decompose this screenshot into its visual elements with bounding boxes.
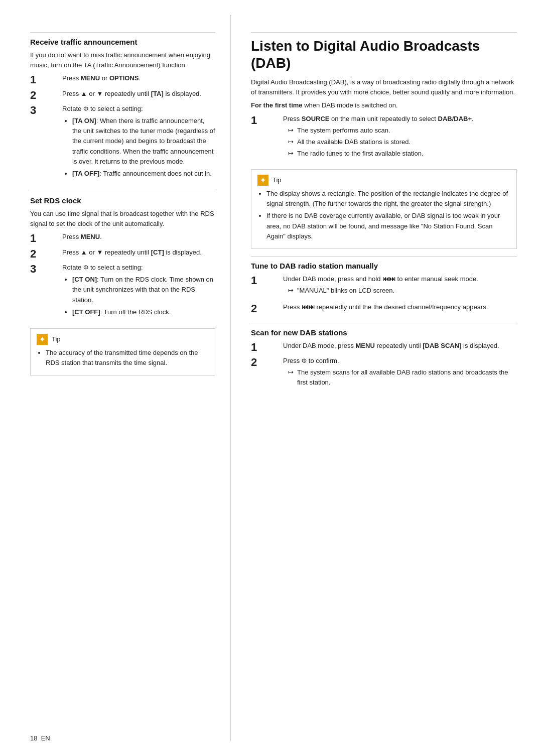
- menu-bold-rds: MENU: [81, 233, 100, 240]
- dab-tip-item-1: The display shows a rectangle. The posit…: [266, 189, 510, 209]
- rds-title: Set RDS clock: [30, 196, 215, 205]
- scan-step-1: 1 Under DAB mode, press MENU repeatedly …: [251, 341, 517, 354]
- rds-step-number-3: 3: [30, 263, 44, 276]
- dab-first-time: For the first time when DAB mode is swit…: [251, 100, 517, 110]
- options-bold: OPTIONS: [109, 74, 139, 82]
- menu-bold-scan: MENU: [356, 342, 375, 349]
- rds-tip-header: ✦ Tip: [37, 334, 209, 345]
- scan-dab-title: Scan for new DAB stations: [251, 328, 517, 337]
- traffic-step-3-content: Rotate Φ to select a setting: [TA ON]: W…: [62, 104, 215, 181]
- scan-step-number-2: 2: [251, 356, 265, 369]
- ta-on-item: [TA ON]: When there is traffic announcem…: [72, 116, 215, 167]
- rds-step-2: 2 Press ▲ or ▼ repeatedly until [CT] is …: [30, 247, 215, 261]
- ct-on-item: [CT ON]: Turn on the RDS clock. Time sho…: [72, 275, 215, 305]
- section-tune-dab: Tune to DAB radio station manually 1 Und…: [251, 262, 517, 316]
- dab-main-title: Listen to Digital Audio Broadcasts (DAB): [251, 38, 517, 71]
- top-divider-left: [30, 32, 215, 33]
- rds-step-1-content: Press MENU.: [62, 232, 102, 242]
- rds-tip-list: The accuracy of the transmitted time dep…: [46, 348, 209, 368]
- dab-tip-header: ✦ Tip: [257, 175, 510, 186]
- divider-rds: [30, 191, 215, 191]
- step-number-2: 2: [30, 89, 44, 102]
- divider-scan: [251, 323, 517, 323]
- tune-arrow-list-1: "MANUAL" blinks on LCD screen.: [288, 286, 478, 296]
- tune-step-1-content: Under DAB mode, press and hold ⏮⏭ to ent…: [283, 274, 478, 297]
- dab-step-1-content: Press SOURCE on the main unit repeatedly…: [283, 114, 474, 161]
- traffic-step-2-content: Press ▲ or ▼ repeatedly until [TA] is di…: [62, 89, 201, 99]
- tip-label: Tip: [52, 334, 61, 344]
- traffic-step-3: 3 Rotate Φ to select a setting: [TA ON]:…: [30, 104, 215, 184]
- left-column: Receive traffic announcement If you do n…: [0, 15, 231, 741]
- dab-tip-box: ✦ Tip The display shows a rectangle. The…: [251, 169, 517, 249]
- top-divider-right: [251, 32, 517, 33]
- seek-bold-2: ⏮⏭: [302, 303, 315, 311]
- scan-arrow-list: The system scans for all available DAB r…: [288, 367, 517, 388]
- rds-bullets: [CT ON]: Turn on the RDS clock. Time sho…: [72, 275, 215, 317]
- ta-bracket: [TA]: [151, 90, 164, 97]
- scan-step-2: 2 Press Φ to confirm. The system scans f…: [251, 356, 517, 392]
- dab-arrow-2: All the available DAB stations is stored…: [288, 137, 474, 147]
- rds-tip-item-1: The accuracy of the transmitted time dep…: [46, 348, 209, 368]
- traffic-intro: If you do not want to miss traffic annou…: [30, 50, 215, 70]
- dab-step-1: 1 Press SOURCE on the main unit repeated…: [251, 114, 517, 164]
- tune-step-number-2: 2: [251, 302, 265, 315]
- tip-star-icon: ✦: [37, 334, 48, 345]
- dab-bold: DAB/DAB+: [438, 115, 472, 122]
- dab-arrow-1: The system performs auto scan.: [288, 125, 474, 136]
- seek-bold-1: ⏮⏭: [382, 275, 395, 283]
- ct-bracket: [CT]: [151, 248, 164, 256]
- rds-step-1: 1 Press MENU.: [30, 232, 215, 245]
- scan-arrow-1: The system scans for all available DAB r…: [288, 367, 517, 388]
- tune-dab-title: Tune to DAB radio station manually: [251, 262, 517, 270]
- dab-tip-star-icon: ✦: [257, 175, 268, 186]
- tune-arrow-1: "MANUAL" blinks on LCD screen.: [288, 286, 478, 296]
- dab-step-number-1: 1: [251, 114, 265, 127]
- section-dab: Listen to Digital Audio Broadcasts (DAB)…: [251, 38, 517, 249]
- dab-scan-bracket: [DAB SCAN]: [423, 342, 461, 349]
- page-number: 18 EN: [30, 734, 50, 742]
- first-time-text: when DAB mode is switched on.: [303, 101, 398, 109]
- rds-step-number-2: 2: [30, 247, 44, 261]
- dab-intro: Digital Audio Broadcasting (DAB), is a w…: [251, 77, 517, 97]
- tune-step-number-1: 1: [251, 274, 265, 287]
- dab-arrow-3: The radio tunes to the first available s…: [288, 149, 474, 159]
- rds-intro: You can use time signal that is broadcas…: [30, 209, 215, 229]
- rds-step-number-1: 1: [30, 232, 44, 245]
- source-bold: SOURCE: [302, 115, 330, 122]
- right-column: Listen to Digital Audio Broadcasts (DAB)…: [231, 15, 542, 741]
- scan-step-number-1: 1: [251, 341, 265, 354]
- section-rds-clock: Set RDS clock You can use time signal th…: [30, 196, 215, 375]
- step-number-1: 1: [30, 73, 44, 86]
- first-time-label: For the first time: [251, 101, 303, 109]
- step-number-3: 3: [30, 104, 44, 117]
- tune-step-2-content: Press ⏮⏭ repeatedly until the the desire…: [283, 302, 488, 312]
- dab-tip-list: The display shows a rectangle. The posit…: [266, 189, 510, 241]
- traffic-step-1: 1 Press MENU or OPTIONS.: [30, 73, 215, 86]
- dab-tip-label: Tip: [273, 175, 282, 185]
- section-scan-dab: Scan for new DAB stations 1 Under DAB mo…: [251, 328, 517, 393]
- tune-step-2: 2 Press ⏮⏭ repeatedly until the the desi…: [251, 302, 517, 315]
- traffic-step-1-content: Press MENU or OPTIONS.: [62, 73, 141, 83]
- rds-step-3: 3 Rotate Φ to select a setting: [CT ON]:…: [30, 263, 215, 322]
- section-traffic-title: Receive traffic announcement: [30, 38, 215, 46]
- ct-off-item: [CT OFF]: Turn off the RDS clock.: [72, 307, 215, 317]
- divider-tune: [251, 256, 517, 257]
- tune-step-1: 1 Under DAB mode, press and hold ⏮⏭ to e…: [251, 274, 517, 300]
- rds-step-3-content: Rotate Φ to select a setting: [CT ON]: T…: [62, 263, 215, 319]
- ta-off-item: [TA OFF]: Traffic announcement does not …: [72, 169, 215, 179]
- scan-step-1-content: Under DAB mode, press MENU repeatedly un…: [283, 341, 499, 351]
- traffic-step-2: 2 Press ▲ or ▼ repeatedly until [TA] is …: [30, 89, 215, 102]
- scan-step-2-content: Press Φ to confirm. The system scans for…: [283, 356, 517, 389]
- dab-arrow-list: The system performs auto scan. All the a…: [288, 125, 474, 159]
- rds-tip-box: ✦ Tip The accuracy of the transmitted ti…: [30, 328, 215, 375]
- dab-tip-item-2: If there is no DAB coverage currently av…: [266, 211, 510, 241]
- traffic-bullets: [TA ON]: When there is traffic announcem…: [72, 116, 215, 179]
- section-traffic-announcement: Receive traffic announcement If you do n…: [30, 38, 215, 184]
- rds-step-2-content: Press ▲ or ▼ repeatedly until [CT] is di…: [62, 247, 202, 258]
- menu-bold: MENU: [81, 74, 100, 82]
